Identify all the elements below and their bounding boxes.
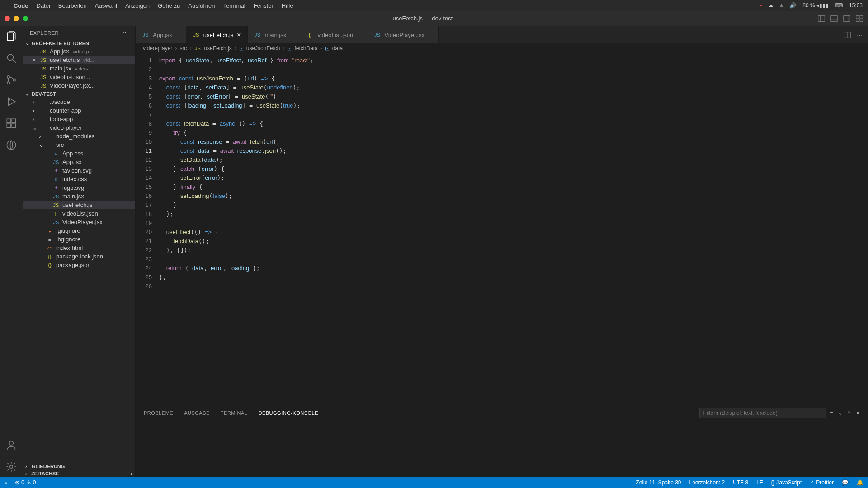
status-time[interactable]: 15:03 (849, 2, 863, 9)
editor-tab[interactable]: {}videoList.json× (300, 26, 367, 43)
debug-filter-input[interactable] (699, 408, 826, 418)
menu-terminal[interactable]: Terminal (223, 2, 245, 9)
panel-maximize-icon[interactable]: ⌃ (847, 410, 851, 416)
menu-bearbeiten[interactable]: Bearbeiten (58, 2, 87, 9)
source-control-icon[interactable] (5, 74, 17, 86)
status-prettier[interactable]: ✓ Prettier (810, 479, 834, 486)
panel-tab-probleme[interactable]: PROBLEME (144, 408, 173, 418)
editor-tab[interactable]: JSApp.jsx× (136, 26, 186, 43)
tree-item[interactable]: ›counter-app (23, 106, 135, 115)
status-language[interactable]: {} JavaScript (771, 479, 802, 486)
tree-item[interactable]: #App.css (23, 149, 135, 158)
menu-app[interactable]: Code (14, 2, 28, 9)
menu-gehezu[interactable]: Gehe zu (158, 2, 180, 9)
timeline-section[interactable]: › ZEITACHSE › (23, 470, 135, 477)
tree-item[interactable]: ⌄src (23, 141, 135, 149)
minimize-window-button[interactable] (14, 16, 19, 21)
explorer-more-icon[interactable]: ⋯ (123, 30, 128, 36)
status-input-icon[interactable]: ⌨ (835, 2, 843, 9)
debug-icon[interactable] (5, 96, 17, 108)
close-icon[interactable]: × (31, 56, 37, 63)
status-spaces[interactable]: Leerzeichen: 2 (689, 479, 725, 486)
tab-more-icon[interactable]: ⋯ (857, 32, 863, 38)
layout-sidebar-right-icon[interactable] (843, 14, 851, 23)
tree-item[interactable]: #index.css (23, 175, 135, 183)
maximize-window-button[interactable] (23, 16, 28, 21)
tree-item[interactable]: {}package.json (23, 261, 135, 269)
breadcrumb-item[interactable]: fetchData (294, 45, 317, 52)
panel-tab-debug-console[interactable]: DEBUGGING-KONSOLE (258, 408, 318, 418)
tree-item[interactable]: ≡.hgignore (23, 235, 135, 244)
status-eol[interactable]: LF (756, 479, 763, 486)
minimap[interactable] (832, 53, 868, 405)
menu-hilfe[interactable]: Hilfe (282, 2, 293, 9)
tree-item[interactable]: ›.vscode (23, 98, 135, 106)
editor-tab[interactable]: JSmain.jsx× (248, 26, 301, 43)
close-window-button[interactable] (5, 16, 10, 21)
tree-item[interactable]: {}videoList.json (23, 209, 135, 218)
open-editors-section[interactable]: ⌄ GEÖFFNETE EDITOREN (23, 39, 135, 47)
remote-icon[interactable] (5, 139, 17, 151)
status-cloud-icon[interactable]: ☁ (768, 2, 774, 9)
panel-tab-terminal[interactable]: TERMINAL (221, 408, 248, 418)
panel-settings-icon[interactable]: ≡ (830, 410, 834, 416)
tree-item[interactable]: JSuseFetch.js (23, 201, 135, 209)
breadcrumb-item[interactable]: useJsonFetch (246, 45, 280, 52)
breadcrumb-item[interactable]: video-player (143, 45, 172, 52)
status-rec-icon[interactable]: ▪ (760, 2, 762, 9)
status-volume-icon[interactable]: 🔊 (789, 2, 796, 9)
open-editor-item[interactable]: JSVideoPlayer.jsx... (23, 81, 135, 90)
debug-console-body[interactable] (136, 421, 868, 477)
open-editor-item[interactable]: ×JSuseFetch.jsvid... (23, 56, 135, 64)
tree-item[interactable]: ⬥.gitignore (23, 226, 135, 235)
tree-item[interactable]: ›node_modules (23, 132, 135, 141)
tree-item[interactable]: JSVideoPlayer.jsx (23, 218, 135, 226)
menu-auswahl[interactable]: Auswahl (95, 2, 117, 9)
search-icon[interactable] (5, 52, 17, 64)
status-errors[interactable]: ⊗ 0 ⚠ 0 (15, 479, 36, 486)
traffic-lights[interactable] (5, 16, 28, 21)
code-editor[interactable]: import { useState, useEffect, useRef } f… (159, 53, 832, 405)
menu-datei[interactable]: Datei (37, 2, 50, 9)
open-editor-item[interactable]: JSApp.jsxvideo-p... (23, 47, 135, 56)
layout-panel-icon[interactable] (830, 14, 838, 23)
status-cursor[interactable]: Zeile 11, Spalte 39 (636, 479, 681, 486)
layout-customize-icon[interactable] (855, 14, 863, 23)
settings-gear-icon[interactable] (5, 461, 17, 473)
status-feedback-icon[interactable]: 💬 (842, 479, 849, 486)
menu-ausfuehren[interactable]: Ausführen (188, 2, 215, 9)
tree-item[interactable]: ✦logo.svg (23, 183, 135, 192)
extensions-icon[interactable] (5, 117, 17, 129)
open-editor-item[interactable]: JSvideoList.json... (23, 73, 135, 81)
menu-anzeigen[interactable]: Anzeigen (125, 2, 150, 9)
status-wifi-icon[interactable]: ⏚ (780, 2, 783, 9)
tree-item[interactable]: JSmain.jsx (23, 192, 135, 201)
account-icon[interactable] (5, 439, 17, 451)
editor-tab[interactable]: JSuseFetch.js× (186, 26, 248, 43)
menu-fenster[interactable]: Fenster (254, 2, 274, 9)
breadcrumb-item[interactable]: useFetch.js (204, 45, 231, 52)
tree-item[interactable]: ›todo-app (23, 115, 135, 123)
explorer-icon[interactable] (5, 31, 17, 42)
tree-item[interactable]: JSApp.jsx (23, 158, 135, 166)
editor-tab[interactable]: JSVideoPlayer.jsx× (367, 26, 439, 43)
split-editor-icon[interactable] (843, 31, 851, 39)
breadcrumb-item[interactable]: src (179, 45, 187, 52)
layout-sidebar-left-icon[interactable] (817, 14, 826, 23)
close-tab-icon[interactable]: × (237, 31, 241, 38)
tree-item[interactable]: <>index.html (23, 244, 135, 252)
breadcrumbs[interactable]: video-player› src› JSuseFetch.js› ⊡useJs… (136, 43, 868, 53)
panel-collapse-icon[interactable]: ⌄ (838, 410, 843, 416)
tree-item[interactable]: ✦favicon.svg (23, 166, 135, 175)
tree-item[interactable]: {}package-lock.json (23, 252, 135, 261)
status-bell-icon[interactable]: 🔔 (857, 479, 863, 486)
panel-close-icon[interactable]: ✕ (856, 410, 860, 416)
panel-tab-ausgabe[interactable]: AUSGABE (184, 408, 210, 418)
outline-section[interactable]: › GLIEDERUNG (23, 463, 135, 470)
timeline-filter-icon[interactable]: › (131, 471, 132, 476)
breadcrumb-item[interactable]: data (332, 45, 343, 52)
status-encoding[interactable]: UTF-8 (733, 479, 748, 486)
remote-indicator[interactable]: ⟐ (5, 479, 8, 486)
status-battery[interactable]: 80 % ◂▮▮▮ (802, 2, 829, 9)
open-editor-item[interactable]: JSmain.jsxvideo-... (23, 64, 135, 73)
